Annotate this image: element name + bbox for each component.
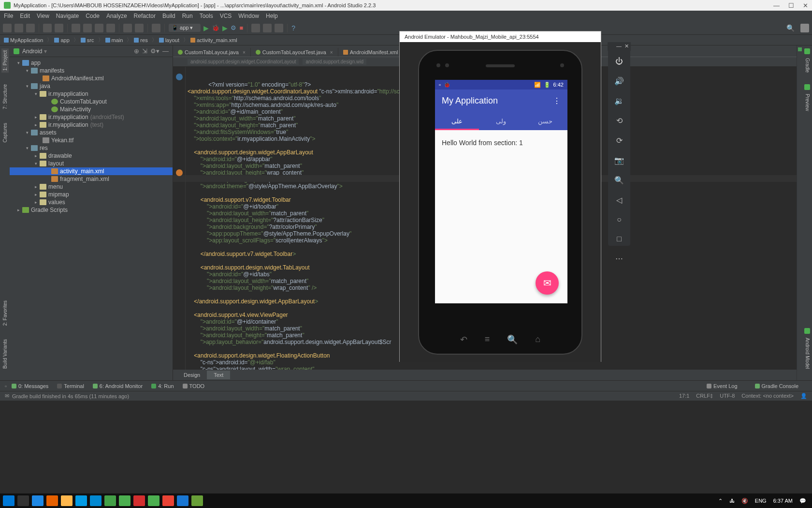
fab-button[interactable]: ✉ [536,271,559,295]
emu-power-icon[interactable]: ⏻ [615,57,623,66]
attach-debugger-button[interactable]: ⚙ [231,24,236,31]
gutter-bulb-icon[interactable] [176,169,183,176]
tab-gradle[interactable]: Gradle [804,56,811,75]
menu-refactor[interactable]: Refactor [134,13,156,19]
menu-view[interactable]: View [37,13,49,19]
menu-build[interactable]: Build [162,13,175,19]
menu-navigate[interactable]: Navigate [56,13,79,19]
run-config-selector[interactable]: 📱 app ▾ [169,24,201,32]
user-avatar[interactable] [800,24,809,32]
tool-todo[interactable]: TODO [183,383,205,389]
emu-rotate-left-icon[interactable]: ⟲ [616,116,623,125]
status-position[interactable]: 17:1 [679,393,689,399]
copy-button[interactable] [83,24,92,32]
apply-changes-button[interactable]: ▶ [222,24,228,32]
app-icon-5[interactable] [177,495,188,506]
nav-back-icon[interactable]: ↶ [460,334,467,345]
nav-home-icon[interactable]: ⌂ [535,334,540,345]
menu-window[interactable]: Window [238,13,259,19]
redo-button[interactable] [55,24,63,32]
tray-time[interactable]: 6:37 AM [773,498,793,504]
make-button[interactable] [152,24,160,32]
status-context[interactable]: Context: <no context> [741,393,794,399]
close-button[interactable]: ✕ [803,2,808,9]
crumb-src[interactable]: src [81,37,94,43]
crumb-main[interactable]: main [105,37,123,43]
sdk-manager-button[interactable] [263,24,272,32]
emu-volume-down-icon[interactable]: 🔉 [614,96,624,105]
debug-button[interactable]: 🐞 [212,24,219,31]
app-icon-2[interactable] [104,495,116,506]
menu-run[interactable]: Run [182,13,193,19]
firefox-icon[interactable] [46,495,58,506]
task-view-icon[interactable] [17,495,29,506]
menu-analyze[interactable]: Analyze [106,13,127,19]
avd-manager-button[interactable] [251,24,260,32]
nav-menu-icon[interactable]: ≡ [485,334,490,345]
menu-edit[interactable]: Edit [20,13,30,19]
tray-volume-icon[interactable]: 🔇 [741,498,748,504]
emu-back-icon[interactable]: ◁ [616,195,622,205]
layout-inspector-button[interactable] [275,24,283,32]
edge-icon[interactable] [32,495,44,506]
app-icon-4[interactable] [148,495,160,506]
android-studio-taskbar-icon[interactable] [119,495,130,506]
tray-network-icon[interactable]: 🖧 [729,498,735,504]
tray-language[interactable]: ENG [755,498,767,504]
status-encoding[interactable]: UTF-8 [720,393,735,399]
cut-button[interactable] [72,24,80,32]
paste-button[interactable] [95,24,103,32]
app-icon-3[interactable] [133,495,145,506]
status-line-separator[interactable]: CRLF‡ [696,393,713,399]
menu-tools[interactable]: Tools [200,13,213,19]
forward-button[interactable] [135,24,144,32]
tool-event-log[interactable]: Event Log [707,383,738,389]
crumb-layout[interactable]: layout [159,37,179,43]
emu-volume-up-icon[interactable]: 🔊 [614,76,624,86]
telegram-icon[interactable] [90,495,102,506]
menu-vcs[interactable]: VCS [220,13,232,19]
settings-icon[interactable]: ⚙▾ [150,47,160,55]
maximize-button[interactable]: ☐ [788,2,794,9]
save-button[interactable] [14,24,23,32]
phone-screen[interactable]: ▫🐞 📶 🔋 6:42 My Application ⋮ علی ولی حسن… [435,80,567,303]
tab-build-variants[interactable]: Build Variants [1,337,9,371]
tray-chevron-icon[interactable]: ⌃ [718,498,723,504]
crumb-project[interactable]: MyApplication [4,37,43,43]
crumb-app[interactable]: app [54,37,69,43]
close-icon[interactable]: × [330,50,333,55]
run-button[interactable]: ▶ [203,24,209,32]
nav-search-icon[interactable]: 🔍 [507,334,518,345]
tool-messages[interactable]: 0: Messages [12,383,48,389]
project-tree[interactable]: ▾app ▾manifests AndroidManifest.xml ▾jav… [10,57,173,380]
tool-run[interactable]: 4: Run [151,383,174,389]
find-button[interactable] [106,24,115,32]
sync-button[interactable] [26,24,35,32]
app-tab-1[interactable]: علی [435,112,479,130]
search-everywhere-icon[interactable]: 🔍 [786,24,795,32]
tab-android-model[interactable]: Android Model [804,336,811,371]
app-icon-1[interactable] [75,495,87,506]
collapse-bottom-icon[interactable]: ▫ [5,383,7,389]
app-tab-3[interactable]: حسن [523,112,567,130]
tab-captures[interactable]: Captures [1,121,9,145]
menu-file[interactable]: File [4,13,13,19]
explorer-icon[interactable] [61,495,72,506]
menu-help[interactable]: Help [266,13,278,19]
stop-button[interactable]: ■ [239,24,243,31]
chrome-icon[interactable] [162,495,174,506]
tab-project[interactable]: 1: Project [1,48,9,73]
emu-home-icon[interactable]: ○ [617,215,622,224]
emu-minimize-icon[interactable]: — [616,43,622,51]
emu-overview-icon[interactable]: □ [617,235,622,243]
project-view-selector[interactable]: Android [22,48,42,55]
gutter-run-icon[interactable] [176,74,183,80]
design-tab[interactable]: Design [177,371,207,379]
tool-gradle-console[interactable]: Gradle Console [755,383,798,389]
crumb-file[interactable]: activity_main.xml [190,37,237,43]
emu-rotate-right-icon[interactable]: ⟳ [616,136,623,145]
editor-tab-2[interactable]: CustomTabLayoutTest.java× [251,48,338,57]
help-button[interactable]: ? [291,24,295,32]
tool-terminal[interactable]: Terminal [57,383,84,389]
emu-close-icon[interactable]: ✕ [624,43,629,51]
